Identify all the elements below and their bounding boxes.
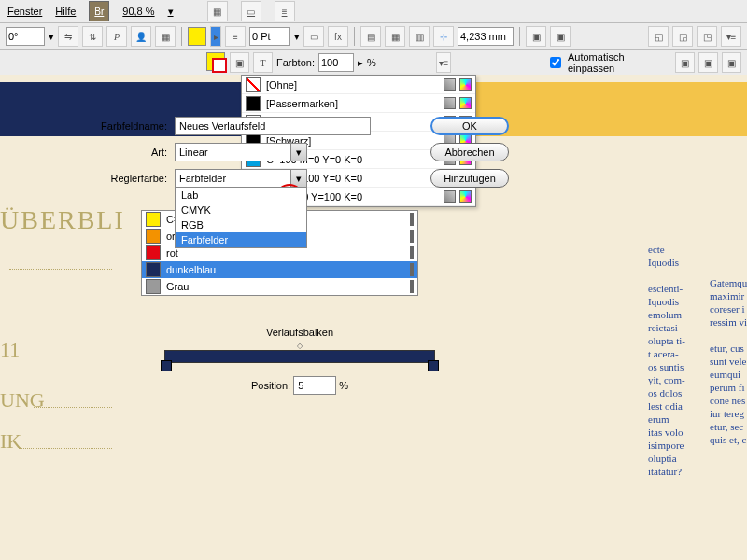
stopcolor-dropdown[interactable]: Farbfelder ▾ Lab CMYK RGB Farbfelder <box>175 169 307 188</box>
panel-menu-icon[interactable]: ▾≡ <box>436 52 450 73</box>
color-row[interactable]: dunkelblau <box>142 261 417 278</box>
autofit-checkbox[interactable] <box>550 57 561 68</box>
tint-input[interactable] <box>318 53 354 72</box>
corner-icon[interactable]: ◳ <box>697 26 717 47</box>
panel-menu-icon[interactable]: ▾≡ <box>721 26 741 47</box>
measure-input[interactable] <box>458 27 514 46</box>
dropdown-icon[interactable]: ▾ <box>294 31 300 43</box>
zoom-level[interactable]: 90,8 % <box>122 6 154 17</box>
rotation-input[interactable] <box>6 27 45 46</box>
corner-icon[interactable]: ◱ <box>648 26 669 47</box>
stroke-proxy-icon[interactable] <box>212 58 227 73</box>
corner-icon[interactable]: ◲ <box>672 26 693 47</box>
body-text-col1: ecte Iquodis escienti- Iquodis emolum re… <box>648 243 685 478</box>
swatch-name: [Ohne] <box>266 79 297 91</box>
dropdown-option[interactable]: CMYK <box>176 203 306 217</box>
tint-unit: % <box>367 57 376 68</box>
effects-icon[interactable]: fx <box>328 26 348 47</box>
char-style-icon[interactable]: 👤 <box>131 26 151 47</box>
tint-slider-icon[interactable]: ▸ <box>358 57 363 69</box>
body-text-col2: Gatemqu maximir coreser i ressim vi etur… <box>710 276 747 446</box>
align-icon[interactable]: ▤ <box>360 26 381 47</box>
arrange-icon[interactable]: ≡ <box>275 1 295 21</box>
flip-h-icon[interactable]: ⇋ <box>58 26 78 47</box>
position-unit: % <box>339 380 348 391</box>
stroke-input[interactable] <box>249 27 290 46</box>
fit-icon[interactable]: ▣ <box>550 26 571 47</box>
stopcolor-dropdown-list: Lab CMYK RGB Farbfelder <box>175 187 307 248</box>
dropdown-icon[interactable]: ▾ <box>290 170 306 187</box>
type-label: Art: <box>18 147 175 158</box>
screen-mode-icon[interactable]: ▭ <box>241 1 261 21</box>
dropdown-option[interactable]: Lab <box>176 188 306 203</box>
swatch-row[interactable]: [Ohne] <box>242 76 475 94</box>
position-input[interactable] <box>293 376 336 395</box>
fit-icon[interactable]: ▣ <box>526 26 546 47</box>
formatting-container-icon[interactable]: ▣ <box>230 52 249 73</box>
ramp-label: Verlaufsbalken <box>164 327 435 338</box>
text-ik: IK <box>0 429 21 454</box>
fit-icon[interactable]: ▣ <box>722 52 741 73</box>
menubar: Fenster Hilfe Br 90,8 %▾ ▦ ▭ ≡ <box>0 0 747 23</box>
fill-dropdown-icon[interactable]: ▸ <box>210 26 221 47</box>
swatch-toolbar: ▣ T Farbton: ▸ % ▾≡ Automatisch einpasse… <box>0 50 747 76</box>
stopcolor-label: Reglerfarbe: <box>18 173 175 184</box>
zoom-dropdown-icon[interactable]: ▾ <box>168 6 174 18</box>
dropdown-option[interactable]: RGB <box>176 217 306 232</box>
position-label: Position: <box>251 380 290 391</box>
coords-icon[interactable]: ⊹ <box>433 26 454 47</box>
menu-hilfe[interactable]: Hilfe <box>55 6 76 17</box>
swatchname-input[interactable] <box>175 117 371 135</box>
stroke-style-icon[interactable]: ▭ <box>303 26 324 47</box>
type-dropdown[interactable]: Linear ▾ <box>175 143 307 161</box>
gradient-stop[interactable] <box>161 360 172 371</box>
align-icon[interactable]: ▦ <box>385 26 405 47</box>
text-wrap-icon[interactable]: ▦ <box>155 26 176 47</box>
swatchname-label: Farbfeldname: <box>18 120 175 132</box>
control-toolbar: ▾ ⇋ ⇅ P 👤 ▦ ▸ ≡ ▾ ▭ fx ▤ ▦ ▥ ⊹ ▣ ▣ ◱ ◲ ◳… <box>0 23 747 50</box>
color-name: Grau <box>166 281 404 292</box>
formatting-text-icon[interactable]: T <box>253 52 273 73</box>
cancel-button[interactable]: Abbrechen <box>430 143 509 161</box>
color-name: dunkelblau <box>166 264 404 275</box>
color-row[interactable]: Grau <box>142 278 417 295</box>
autofit-label: Automatisch einpassen <box>568 51 668 74</box>
gradient-stop[interactable] <box>428 360 439 371</box>
fill-swatch[interactable] <box>188 27 206 46</box>
ok-button[interactable]: OK <box>430 117 509 135</box>
color-name: rot <box>166 247 404 259</box>
fit-icon[interactable]: ▣ <box>698 52 718 73</box>
fit-icon[interactable]: ▣ <box>675 52 695 73</box>
dropdown-option-selected[interactable]: Farbfelder <box>176 232 306 247</box>
paragraph-style-icon[interactable]: P <box>106 26 127 47</box>
bridge-button[interactable]: Br <box>89 1 109 21</box>
align-icon[interactable]: ▥ <box>409 26 430 47</box>
tint-label: Farbton: <box>276 57 315 68</box>
gradient-bar[interactable] <box>164 350 435 363</box>
menu-fenster[interactable]: Fenster <box>7 6 42 17</box>
add-button[interactable]: Hinzufügen <box>430 169 509 188</box>
stroke-weight-icon[interactable]: ≡ <box>225 26 246 47</box>
gradient-ramp: Verlaufsbalken ◇ Position: % <box>164 327 435 395</box>
new-gradient-dialog: Neues Verlaufsfeld Farbfeldname: Art: Li… <box>0 76 530 395</box>
dropdown-icon[interactable]: ▾ <box>49 31 54 43</box>
flip-v-icon[interactable]: ⇅ <box>82 26 103 47</box>
view-mode-icon[interactable]: ▦ <box>207 1 228 21</box>
dropdown-icon[interactable]: ▾ <box>290 144 306 161</box>
